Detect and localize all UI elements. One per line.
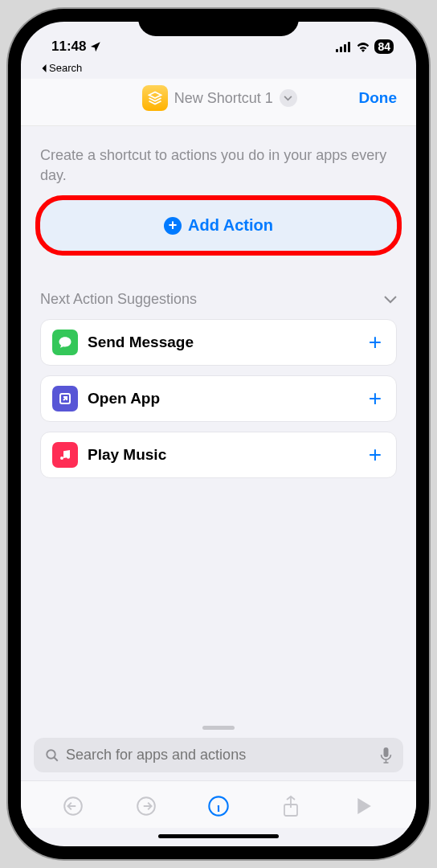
instruction-text: Create a shortcut to actions you do in y… bbox=[40, 145, 397, 186]
cellular-icon bbox=[336, 42, 352, 52]
sheet-grabber[interactable] bbox=[202, 726, 235, 730]
search-bar[interactable] bbox=[34, 738, 403, 772]
redo-icon bbox=[136, 796, 157, 817]
back-label: Search bbox=[49, 62, 82, 74]
battery-level: 84 bbox=[374, 39, 394, 54]
info-button[interactable] bbox=[203, 791, 234, 821]
toolbar bbox=[21, 780, 416, 828]
phone-frame: 11:48 84 Search New Shortcut 1 bbox=[8, 9, 429, 859]
chevron-down-icon bbox=[384, 296, 397, 304]
suggestion-label: Send Message bbox=[88, 334, 356, 351]
svg-rect-2 bbox=[344, 44, 346, 52]
add-suggestion-button[interactable]: + bbox=[366, 386, 385, 411]
wifi-icon bbox=[356, 42, 370, 52]
open-app-icon bbox=[52, 386, 78, 411]
svg-rect-1 bbox=[340, 47, 342, 52]
add-action-label: Add Action bbox=[188, 216, 273, 235]
back-button[interactable]: Search bbox=[21, 60, 416, 79]
suggestion-label: Open App bbox=[88, 390, 356, 407]
plus-circle-icon: + bbox=[164, 217, 182, 235]
title-dropdown[interactable] bbox=[280, 89, 297, 107]
suggestion-label: Play Music bbox=[88, 446, 356, 464]
status-time: 11:48 bbox=[51, 39, 86, 55]
svg-point-6 bbox=[67, 456, 70, 459]
add-action-button[interactable]: + Add Action bbox=[40, 200, 397, 251]
search-input[interactable] bbox=[66, 747, 374, 764]
suggestion-item[interactable]: Open App + bbox=[40, 375, 397, 422]
add-suggestion-button[interactable]: + bbox=[366, 442, 385, 468]
shortcut-app-icon bbox=[142, 85, 168, 111]
suggestions-header[interactable]: Next Action Suggestions bbox=[40, 291, 397, 308]
share-icon bbox=[281, 795, 300, 817]
play-icon bbox=[356, 797, 372, 815]
location-icon bbox=[89, 41, 101, 53]
home-indicator[interactable] bbox=[158, 834, 279, 838]
chevron-down-icon bbox=[284, 96, 292, 101]
suggestions-title: Next Action Suggestions bbox=[40, 291, 197, 308]
svg-rect-3 bbox=[348, 42, 350, 52]
music-app-icon bbox=[52, 442, 78, 468]
messages-app-icon bbox=[52, 330, 78, 355]
share-button[interactable] bbox=[276, 791, 306, 821]
back-chevron-icon bbox=[40, 63, 47, 73]
redo-button[interactable] bbox=[131, 791, 161, 821]
undo-icon bbox=[63, 796, 84, 817]
svg-rect-8 bbox=[384, 747, 389, 757]
search-icon bbox=[45, 748, 59, 763]
svg-point-7 bbox=[47, 750, 55, 759]
add-suggestion-button[interactable]: + bbox=[366, 330, 385, 355]
run-button[interactable] bbox=[349, 791, 379, 821]
svg-rect-0 bbox=[336, 49, 338, 52]
done-button[interactable]: Done bbox=[359, 89, 398, 107]
page-title[interactable]: New Shortcut 1 bbox=[174, 90, 273, 107]
notch bbox=[138, 9, 299, 36]
suggestion-item[interactable]: Play Music + bbox=[40, 432, 397, 478]
info-icon bbox=[207, 795, 230, 817]
nav-bar: New Shortcut 1 Done bbox=[21, 79, 416, 126]
suggestion-item[interactable]: Send Message + bbox=[40, 319, 397, 366]
undo-button[interactable] bbox=[58, 791, 88, 821]
svg-point-5 bbox=[60, 457, 63, 460]
mic-icon[interactable] bbox=[380, 747, 392, 764]
phone-screen: 11:48 84 Search New Shortcut 1 bbox=[21, 22, 416, 846]
